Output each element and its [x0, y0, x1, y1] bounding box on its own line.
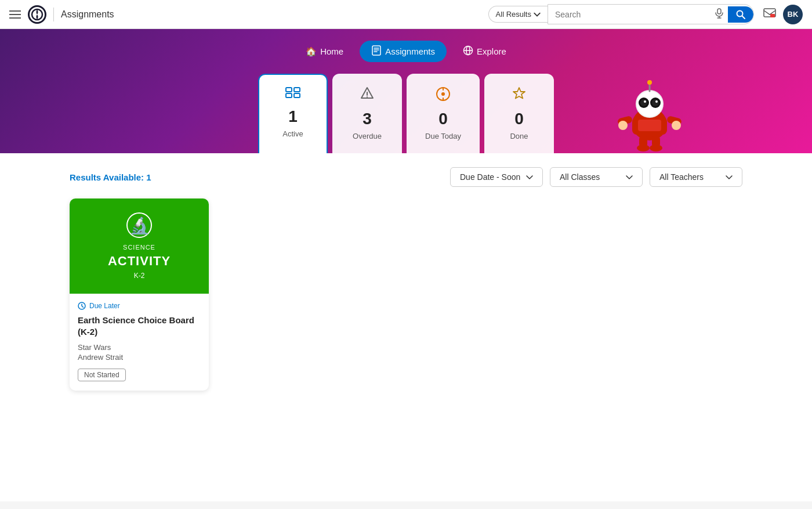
- done-count: 0: [514, 110, 524, 128]
- hero-banner: 🏠 Home Assignments E: [0, 29, 812, 153]
- done-label: Done: [510, 132, 528, 140]
- results-count: 1: [146, 172, 151, 182]
- sort-filter-label: Due Date - Soon: [460, 172, 520, 182]
- mic-button[interactable]: [710, 5, 728, 24]
- results-text: Results Available: 1: [70, 172, 151, 182]
- svg-rect-17: [294, 88, 300, 92]
- svg-rect-16: [286, 93, 292, 98]
- svg-rect-15: [286, 88, 292, 92]
- filters: Due Date - Soon All Classes All Teachers: [450, 167, 742, 187]
- main-content: Results Available: 1 Due Date - Soon All…: [0, 153, 812, 501]
- stat-active[interactable]: 1 Active: [258, 74, 328, 153]
- status-badge: Not Started: [78, 369, 126, 381]
- assignment-card[interactable]: 🔬 Science ACTIVITY K-2 Due Later Earth S…: [70, 198, 209, 391]
- thumb-title: ACTIVITY: [108, 254, 171, 268]
- active-icon: [285, 86, 301, 103]
- search-input[interactable]: [548, 6, 710, 23]
- done-icon: [511, 86, 527, 105]
- search-box: [548, 4, 754, 24]
- messages-icon[interactable]: [763, 8, 776, 21]
- active-count: 1: [288, 107, 298, 126]
- overdue-label: Overdue: [353, 132, 382, 140]
- thumb-subtitle: Science: [123, 244, 155, 251]
- sort-filter[interactable]: Due Date - Soon: [450, 167, 543, 187]
- nav-explore[interactable]: Explore: [451, 41, 518, 62]
- user-avatar[interactable]: BK: [783, 5, 803, 24]
- svg-rect-1: [717, 9, 721, 14]
- class-filter-label: All Classes: [560, 172, 600, 182]
- assignments-grid: 🔬 Science ACTIVITY K-2 Due Later Earth S…: [70, 198, 742, 391]
- nav-divider: [53, 8, 54, 21]
- assignment-title: Earth Science Choice Board (K-2): [78, 315, 201, 337]
- class-filter[interactable]: All Classes: [550, 167, 643, 187]
- svg-rect-18: [294, 93, 300, 98]
- class-name: Star Wars: [78, 343, 201, 352]
- assignments-label: Assignments: [385, 46, 435, 56]
- results-label: Results Available:: [70, 172, 144, 182]
- svg-point-32: [640, 99, 647, 106]
- results-bar: Results Available: 1 Due Date - Soon All…: [70, 167, 742, 187]
- search-filter-dropdown[interactable]: All Results: [488, 6, 548, 23]
- explore-icon: [463, 45, 473, 57]
- logo-icon: [28, 5, 46, 24]
- svg-point-34: [644, 100, 646, 103]
- card-body: Due Later Earth Science Choice Board (K-…: [70, 294, 209, 391]
- thumb-grade: K-2: [134, 272, 145, 280]
- svg-point-37: [647, 80, 652, 85]
- svg-point-44: [637, 145, 650, 151]
- page-title: Assignments: [61, 9, 114, 20]
- hero-navigation: 🏠 Home Assignments E: [0, 41, 812, 62]
- due-today-label: Due Today: [425, 132, 461, 140]
- svg-point-40: [618, 121, 628, 130]
- search-area: All Results: [488, 4, 754, 24]
- svg-rect-7: [770, 14, 775, 17]
- active-label: Active: [282, 129, 303, 138]
- assignments-icon: [371, 45, 382, 57]
- teacher-filter[interactable]: All Teachers: [650, 167, 742, 187]
- teacher-filter-label: All Teachers: [659, 172, 704, 182]
- due-today-icon: [436, 86, 451, 105]
- svg-point-22: [441, 92, 445, 96]
- stat-done[interactable]: 0 Done: [484, 74, 554, 153]
- nav-home[interactable]: 🏠 Home: [294, 42, 355, 62]
- stat-overdue[interactable]: 3 Overdue: [332, 74, 402, 153]
- svg-rect-27: [638, 120, 661, 131]
- svg-point-33: [652, 99, 659, 106]
- overdue-icon: [360, 86, 374, 105]
- home-icon: 🏠: [306, 46, 317, 57]
- svg-point-20: [367, 96, 368, 98]
- home-label: Home: [320, 46, 343, 56]
- app-logo[interactable]: [28, 5, 46, 24]
- stats-row: 1 Active 3 Overdue: [0, 74, 812, 153]
- hamburger-menu[interactable]: [9, 10, 21, 19]
- svg-point-45: [650, 145, 662, 151]
- svg-line-5: [742, 16, 745, 19]
- card-thumbnail: 🔬 Science ACTIVITY K-2: [70, 198, 209, 294]
- due-today-count: 0: [438, 110, 448, 128]
- due-status: Due Later: [89, 302, 120, 310]
- nav-right: BK: [763, 5, 803, 24]
- nav-assignments[interactable]: Assignments: [360, 41, 447, 62]
- stat-due-today[interactable]: 0 Due Today: [407, 74, 480, 153]
- explore-label: Explore: [477, 46, 506, 56]
- search-button[interactable]: [728, 6, 753, 23]
- due-badge: Due Later: [78, 302, 201, 310]
- teacher-name: Andrew Strait: [78, 353, 201, 362]
- robot-mascot: [615, 66, 684, 153]
- overdue-count: 3: [362, 110, 372, 128]
- top-nav: Assignments All Results: [0, 0, 812, 29]
- thumb-icon: 🔬: [126, 212, 152, 238]
- svg-rect-8: [372, 46, 380, 55]
- svg-point-35: [655, 100, 658, 103]
- svg-point-41: [672, 121, 681, 130]
